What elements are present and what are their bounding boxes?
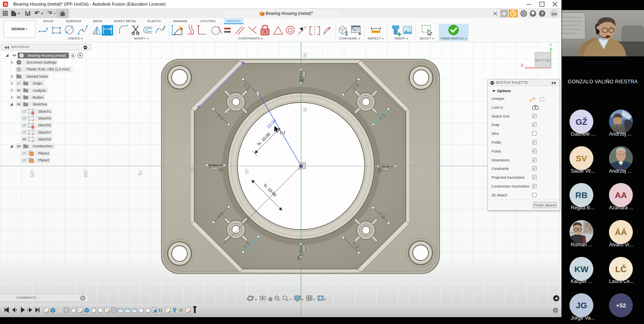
- svg-text:+52: +52: [616, 302, 626, 309]
- svg-text:50: 50: [303, 53, 308, 58]
- svg-text:-75: -75: [138, 169, 142, 175]
- svg-text:25: 25: [303, 107, 308, 112]
- svg-text:X: X: [521, 63, 524, 68]
- svg-text:Sketch1: Sketch1: [38, 109, 51, 114]
- svg-text:KW: KW: [574, 264, 588, 274]
- svg-text:?: ?: [541, 11, 544, 16]
- svg-text:Plane1: Plane1: [38, 151, 49, 155]
- svg-text:G: G: [72, 54, 74, 58]
- svg-text:-25: -25: [244, 167, 249, 173]
- svg-text:-125: -125: [30, 169, 35, 177]
- svg-text:LČ: LČ: [615, 264, 627, 274]
- svg-text:SV: SV: [576, 154, 587, 163]
- svg-text:Y: Y: [549, 43, 552, 47]
- svg-text:BOTTOM: BOTTOM: [535, 58, 550, 62]
- svg-text:Named Views: Named Views: [27, 74, 49, 78]
- svg-text:-50: -50: [190, 166, 195, 172]
- svg-text:-100: -100: [83, 169, 88, 177]
- svg-text:RB: RB: [575, 190, 587, 200]
- svg-text:GV: GV: [551, 12, 557, 16]
- svg-text:Construction: Construction: [33, 144, 52, 148]
- svg-text:Bearing Housing (metal): Bearing Housing (metal): [28, 54, 66, 58]
- svg-text:Sketch5: Sketch5: [38, 116, 51, 120]
- svg-text:JG: JG: [576, 301, 587, 310]
- svg-text:Bodies: Bodies: [33, 95, 43, 99]
- svg-text:Sketches: Sketches: [33, 102, 47, 106]
- svg-text:GŽ: GŽ: [576, 117, 587, 126]
- svg-text:Document Settings: Document Settings: [27, 60, 57, 64]
- svg-text:Analysis: Analysis: [33, 89, 46, 93]
- svg-text:ÁÁ: ÁÁ: [615, 227, 627, 237]
- svg-text:Plastic Rule: ABS (1,5 mm): Plastic Rule: ABS (1,5 mm): [27, 67, 69, 71]
- svg-text:AA: AA: [615, 190, 627, 200]
- svg-text:Sketch7: Sketch7: [38, 130, 51, 134]
- svg-text:Sketch6: Sketch6: [38, 123, 51, 127]
- svg-text:Origin: Origin: [33, 81, 42, 85]
- svg-text:Sketch8: Sketch8: [38, 137, 51, 141]
- svg-text:Plane2: Plane2: [38, 158, 49, 162]
